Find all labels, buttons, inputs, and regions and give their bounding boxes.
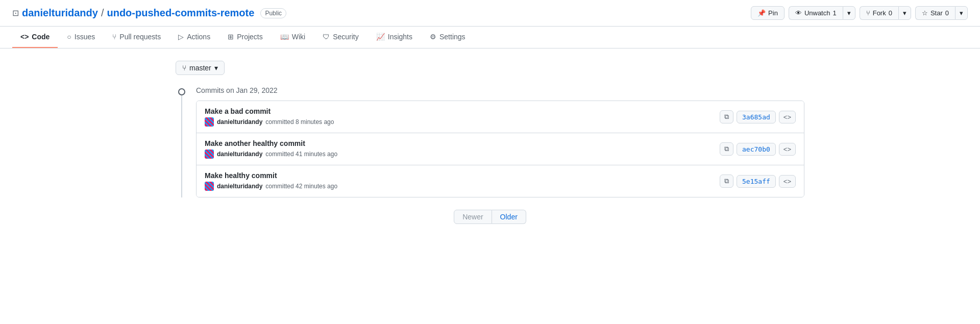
commit-author[interactable]: danielturidandy: [217, 118, 262, 126]
security-icon: 🛡: [323, 33, 330, 41]
browse-tree-button[interactable]: <>: [779, 175, 796, 188]
repo-title-group: ⊡ danielturidandy / undo-pushed-commits-…: [12, 7, 286, 19]
pin-icon: 📌: [757, 9, 766, 17]
older-button[interactable]: Older: [492, 210, 526, 224]
commit-author[interactable]: danielturidandy: [217, 183, 262, 190]
commit-dot: [178, 88, 185, 95]
projects-icon: ⊞: [228, 33, 234, 41]
star-count: 0: [945, 9, 949, 17]
repo-name-link[interactable]: undo-pushed-commits-remote: [107, 7, 254, 19]
tab-pull-requests-label: Pull requests: [119, 33, 161, 41]
nav-tabs: <> Code ○ Issues ⑂ Pull requests ▷ Actio…: [0, 27, 980, 48]
branch-dropdown-icon: ▾: [214, 64, 218, 72]
tab-settings-label: Settings: [439, 33, 465, 41]
copy-sha-button[interactable]: ⧉: [720, 175, 733, 188]
commit-actions: ⧉ 3a685ad <>: [720, 110, 796, 123]
commits-date: Commits on Jan 29, 2022: [196, 85, 804, 94]
avatar: [205, 182, 214, 191]
tab-insights-label: Insights: [388, 33, 412, 41]
tab-insights[interactable]: 📈 Insights: [368, 27, 421, 48]
commit-time: committed 8 minutes ago: [265, 118, 334, 126]
copy-sha-button[interactable]: ⧉: [720, 110, 733, 123]
newer-button[interactable]: Newer: [454, 210, 492, 224]
branch-selector-button[interactable]: ⑂ master ▾: [176, 61, 225, 75]
star-button[interactable]: ☆ Star 0: [915, 6, 955, 20]
commit-time: committed 41 minutes ago: [265, 151, 337, 158]
code-browse-icon: <>: [783, 113, 791, 121]
commit-info: Make another healthy commit danielturida…: [205, 139, 337, 159]
tab-wiki[interactable]: 📖 Wiki: [272, 27, 313, 48]
commit-message[interactable]: Make a bad commit: [205, 107, 334, 115]
avatar: [205, 117, 214, 127]
tab-projects-label: Projects: [237, 33, 263, 41]
branch-icon: ⑂: [182, 64, 186, 72]
copy-sha-button[interactable]: ⧉: [720, 142, 733, 156]
wiki-icon: 📖: [280, 33, 289, 41]
commit-message[interactable]: Make another healthy commit: [205, 139, 337, 147]
tab-security-label: Security: [333, 33, 359, 41]
avatar-image: [205, 149, 214, 159]
star-group: ☆ Star 0 ▾: [915, 6, 968, 20]
copy-icon: ⧉: [724, 113, 729, 121]
tab-code[interactable]: <> Code: [12, 27, 58, 48]
sha-link[interactable]: 3a685ad: [737, 111, 776, 123]
fork-count: 0: [889, 9, 892, 17]
commit-meta: danielturidandy committed 8 minutes ago: [205, 117, 334, 127]
tab-pull-requests[interactable]: ⑂ Pull requests: [104, 27, 169, 48]
commit-author[interactable]: danielturidandy: [217, 151, 262, 158]
repo-separator: /: [101, 7, 104, 19]
star-dropdown-button[interactable]: ▾: [955, 6, 968, 20]
tab-wiki-label: Wiki: [292, 33, 305, 41]
fork-label: Fork: [873, 9, 886, 17]
commit-message[interactable]: Make healthy commit: [205, 171, 337, 180]
issues-icon: ○: [67, 33, 71, 41]
chevron-down-icon-star: ▾: [960, 9, 963, 17]
commits-section: Commits on Jan 29, 2022 Make a bad commi…: [176, 85, 804, 197]
unwatch-label: Unwatch: [804, 9, 830, 17]
commit-list: Make a bad commit danielturidandy commit…: [196, 101, 804, 197]
tab-issues-label: Issues: [75, 33, 95, 41]
commit-meta: danielturidandy committed 42 minutes ago: [205, 182, 337, 191]
table-row: Make another healthy commit danielturida…: [197, 133, 804, 165]
sha-link[interactable]: aec70b0: [737, 143, 776, 156]
copy-icon: ⧉: [724, 145, 729, 153]
fork-group: ⑂ Fork 0 ▾: [860, 6, 911, 20]
star-label: Star: [930, 9, 943, 17]
unwatch-group: 👁 Unwatch 1 ▾: [789, 6, 855, 20]
table-row: Make a bad commit danielturidandy commit…: [197, 101, 804, 133]
fork-dropdown-button[interactable]: ▾: [898, 6, 911, 20]
pagination: Newer Older: [176, 210, 804, 224]
tab-settings[interactable]: ⚙ Settings: [422, 27, 474, 48]
settings-icon: ⚙: [430, 33, 436, 41]
commit-meta: danielturidandy committed 41 minutes ago: [205, 149, 337, 159]
unwatch-dropdown-button[interactable]: ▾: [843, 6, 855, 20]
pull-requests-icon: ⑂: [112, 33, 116, 41]
insights-icon: 📈: [376, 33, 385, 41]
sha-link[interactable]: 5e15aff: [737, 175, 776, 188]
code-icon: <>: [20, 33, 29, 41]
commit-info: Make healthy commit danielturidandy comm…: [205, 171, 337, 191]
star-icon: ☆: [922, 9, 928, 17]
copy-icon: ⧉: [724, 177, 729, 185]
browse-tree-button[interactable]: <>: [779, 111, 796, 123]
browse-tree-button[interactable]: <>: [779, 143, 796, 156]
tab-actions-label: Actions: [187, 33, 210, 41]
tab-security[interactable]: 🛡 Security: [314, 27, 367, 48]
unwatch-button[interactable]: 👁 Unwatch 1: [789, 6, 843, 20]
repo-owner-link[interactable]: danielturidandy: [22, 7, 98, 19]
tab-actions[interactable]: ▷ Actions: [170, 27, 218, 48]
avatar-image: [205, 117, 214, 127]
fork-icon: ⑂: [866, 9, 870, 17]
visibility-badge: Public: [260, 8, 286, 18]
pin-group: 📌 Pin: [751, 6, 785, 20]
commits-right: Commits on Jan 29, 2022 Make a bad commi…: [196, 85, 804, 197]
repo-header: ⊡ danielturidandy / undo-pushed-commits-…: [0, 0, 980, 27]
avatar-image: [205, 182, 214, 191]
tab-projects[interactable]: ⊞ Projects: [219, 27, 271, 48]
tab-issues[interactable]: ○ Issues: [59, 27, 103, 48]
commit-info: Make a bad commit danielturidandy commit…: [205, 107, 334, 127]
avatar: [205, 149, 214, 159]
pin-button[interactable]: 📌 Pin: [751, 6, 785, 20]
unwatch-count: 1: [832, 9, 836, 17]
fork-button[interactable]: ⑂ Fork 0: [860, 6, 898, 20]
